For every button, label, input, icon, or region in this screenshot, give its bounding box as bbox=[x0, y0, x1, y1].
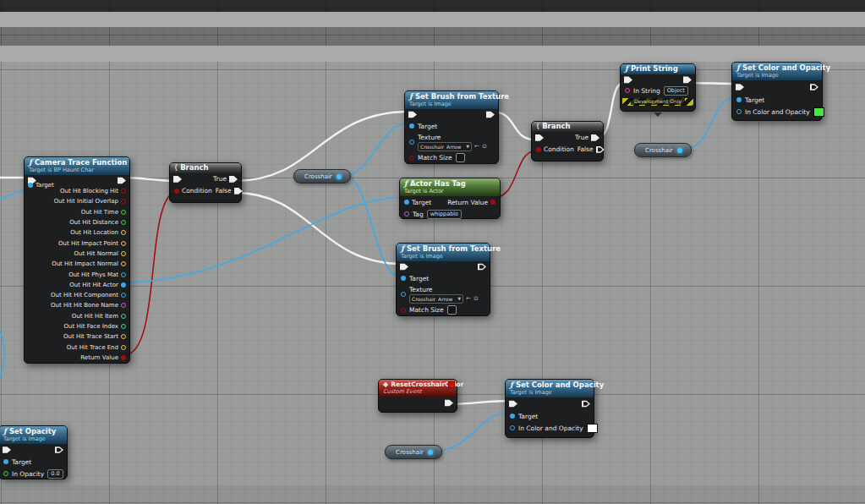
node-branch-1[interactable]: ⟨Branch True Condition False bbox=[169, 162, 242, 203]
false-exec-pin[interactable] bbox=[234, 187, 243, 195]
exec-in-pin[interactable] bbox=[173, 175, 182, 184]
texture-pin[interactable] bbox=[409, 140, 414, 145]
in-opacity-field[interactable]: 0.0 bbox=[47, 469, 63, 479]
variable-out-pin[interactable] bbox=[428, 450, 433, 455]
out-hit-face-index-pin[interactable] bbox=[121, 324, 126, 329]
target-pin[interactable] bbox=[404, 200, 409, 205]
target-pin[interactable] bbox=[736, 97, 742, 102]
condition-pin[interactable] bbox=[174, 189, 179, 194]
pin-label: Return Value bbox=[80, 354, 118, 361]
true-exec-pin[interactable] bbox=[591, 134, 599, 142]
top-mid-band bbox=[0, 27, 865, 46]
texture-dropdown[interactable]: Crosshair_Arrow_3▼ bbox=[418, 142, 472, 151]
exec-in-pin[interactable] bbox=[3, 446, 11, 454]
tag-pin[interactable] bbox=[404, 211, 409, 216]
node-set-brush-from-texture-bottom[interactable]: ƒSet Brush from Texture Target is Image … bbox=[396, 243, 490, 316]
node-reset-crosshair-color-event[interactable]: ◆ResetCrosshairColor Custom Event bbox=[378, 379, 457, 413]
variable-label: Crosshair bbox=[304, 173, 332, 180]
out-hit-initial-overlap-pin[interactable] bbox=[121, 199, 126, 204]
texture-dropdown[interactable]: Crosshair_Arrow_2▼ bbox=[409, 294, 463, 304]
collapse-chevron-icon[interactable] bbox=[654, 112, 662, 117]
exec-out-pin[interactable] bbox=[683, 75, 692, 84]
out-hit-hit-bone-name-pin[interactable] bbox=[121, 303, 126, 308]
node-camera-trace-function[interactable]: ƒCamera Trace Function Target is BP Haun… bbox=[24, 156, 130, 364]
out-hit-location-pin[interactable] bbox=[121, 230, 126, 235]
match-size-pin[interactable] bbox=[409, 156, 414, 161]
match-size-checkbox[interactable] bbox=[456, 153, 465, 162]
variable-pill-crosshair-2[interactable]: Crosshair bbox=[634, 143, 692, 157]
variable-out-pin[interactable] bbox=[337, 174, 342, 179]
node-branch-2[interactable]: ⟨Branch True Condition False bbox=[531, 121, 604, 162]
in-color-pin[interactable] bbox=[736, 109, 742, 114]
condition-pin[interactable] bbox=[536, 147, 541, 152]
in-color-pin[interactable] bbox=[510, 425, 515, 430]
return-value-pin[interactable] bbox=[121, 355, 126, 360]
exec-out-pin[interactable] bbox=[810, 83, 818, 91]
target-pin[interactable] bbox=[401, 276, 406, 281]
color-swatch[interactable] bbox=[587, 424, 598, 433]
node-set-color-and-opacity-top[interactable]: ƒSet Color and Opacity Target is Image T… bbox=[731, 62, 823, 121]
exec-out-pin[interactable] bbox=[118, 177, 126, 185]
out-hit-normal-pin[interactable] bbox=[121, 251, 126, 256]
exec-in-pin[interactable] bbox=[400, 263, 408, 271]
out-hit-time-pin[interactable] bbox=[121, 210, 126, 215]
variable-out-pin[interactable] bbox=[677, 148, 682, 153]
target-pin[interactable] bbox=[28, 183, 33, 188]
tag-value-field[interactable]: whippable bbox=[427, 210, 462, 219]
out-hit-blocking-hit-pin[interactable] bbox=[121, 189, 126, 194]
out-hit-hit-item-pin[interactable] bbox=[121, 314, 126, 319]
match-size-pin[interactable] bbox=[401, 308, 406, 313]
node-set-brush-from-texture-top[interactable]: ƒSet Brush from Texture Target is Image … bbox=[404, 90, 499, 164]
browse-asset-icon[interactable]: ⊙ bbox=[482, 144, 487, 150]
out-hit-phys-mat-pin[interactable] bbox=[121, 272, 126, 277]
out-hit-impact-point-pin[interactable] bbox=[121, 241, 126, 246]
branch-icon: ⟨ bbox=[536, 122, 539, 130]
out-hit-trace-start-pin[interactable] bbox=[121, 334, 126, 339]
node-set-color-and-opacity-bottom[interactable]: ƒSet Color and Opacity Target is Image T… bbox=[505, 379, 594, 438]
target-pin[interactable] bbox=[3, 459, 8, 464]
in-string-field[interactable]: Object bbox=[664, 86, 688, 96]
exec-out-pin[interactable] bbox=[486, 111, 495, 119]
texture-pin[interactable] bbox=[401, 292, 406, 297]
exec-in-pin[interactable] bbox=[624, 75, 632, 84]
variable-pill-crosshair-3[interactable]: Crosshair bbox=[385, 445, 442, 459]
true-exec-pin[interactable] bbox=[229, 175, 238, 184]
variable-pill-crosshair-1[interactable]: Crosshair bbox=[293, 169, 351, 184]
exec-in-pin[interactable] bbox=[509, 400, 517, 408]
return-value-pin[interactable] bbox=[490, 200, 495, 205]
out-hit-hit-actor-pin[interactable] bbox=[121, 282, 126, 288]
exec-row bbox=[732, 80, 822, 94]
false-exec-pin[interactable] bbox=[596, 145, 605, 154]
pin-label: Out Hit Blocking Hit bbox=[60, 188, 118, 194]
color-swatch[interactable] bbox=[813, 107, 824, 117]
match-size-checkbox[interactable] bbox=[447, 305, 457, 315]
exec-in-pin[interactable] bbox=[535, 134, 544, 142]
out-hit-hit-component-pin[interactable] bbox=[121, 293, 126, 298]
exec-out-pin[interactable] bbox=[582, 400, 590, 408]
exec-out-pin[interactable] bbox=[478, 263, 486, 271]
in-color-row: In Color and Opacity bbox=[732, 106, 822, 118]
in-opacity-label: In Opacity bbox=[12, 470, 44, 478]
node-set-opacity[interactable]: ƒSet Opacity Target is Image Target In O… bbox=[0, 425, 68, 479]
exec-in-pin[interactable] bbox=[408, 111, 417, 119]
exec-out-pin[interactable] bbox=[55, 446, 63, 454]
exec-out-pin[interactable] bbox=[445, 398, 453, 407]
use-asset-arrow-icon[interactable]: ← bbox=[466, 296, 471, 302]
variable-label: Crosshair bbox=[645, 147, 673, 154]
browse-asset-icon[interactable]: ⊙ bbox=[474, 296, 479, 302]
node-actor-has-tag[interactable]: ƒActor Has Tag Target is Actor Target Re… bbox=[399, 178, 501, 219]
exec-in-pin[interactable] bbox=[736, 83, 744, 91]
use-asset-arrow-icon[interactable]: ← bbox=[474, 144, 479, 150]
out-hit-impact-normal-pin[interactable] bbox=[121, 261, 126, 266]
in-opacity-pin[interactable] bbox=[3, 471, 8, 476]
node-subtitle: Target is Image bbox=[401, 254, 485, 260]
in-string-pin[interactable] bbox=[625, 88, 630, 93]
match-size-row: Match Size bbox=[397, 304, 490, 315]
node-print-string[interactable]: ƒPrint String In String Object Developme… bbox=[620, 63, 696, 112]
out-hit-trace-end-pin[interactable] bbox=[121, 345, 126, 350]
true-label: True bbox=[575, 134, 589, 141]
target-pin[interactable] bbox=[409, 123, 414, 129]
target-pin[interactable] bbox=[510, 414, 515, 419]
out-hit-distance-pin[interactable] bbox=[121, 220, 126, 225]
custom-event-icon: ◆ bbox=[383, 381, 388, 388]
